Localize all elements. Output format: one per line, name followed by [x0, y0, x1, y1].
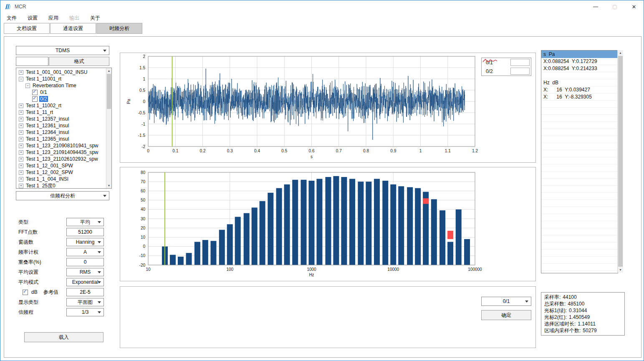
- tree-item[interactable]: +Test 1_12357_insul: [16, 116, 106, 122]
- measurement-row[interactable]: X: 16 Y:0.039427: [541, 86, 618, 93]
- tree-item[interactable]: +Test 1_11_rt: [16, 109, 106, 116]
- measurement-row[interactable]: Hz dB: [541, 79, 618, 86]
- maximize-button[interactable]: ▢: [605, 0, 624, 13]
- menu-item-apply[interactable]: 应用: [43, 13, 64, 23]
- frequency-weighting-select[interactable]: A: [66, 248, 104, 256]
- tree-expander-icon[interactable]: −: [19, 77, 23, 81]
- minimize-button[interactable]: —: [586, 0, 605, 13]
- tree-item-label: 0/2: [39, 96, 48, 102]
- tree-item[interactable]: ✓0/2: [16, 96, 106, 102]
- menu-item-output[interactable]: 输出: [64, 13, 85, 23]
- menu-item-about[interactable]: 关于: [85, 13, 106, 23]
- checkbox[interactable]: ✓: [32, 96, 38, 102]
- tree-expander-icon[interactable]: +: [19, 124, 23, 128]
- overview-channel-select[interactable]: 0/1: [481, 297, 531, 306]
- scroll-down-icon[interactable]: ▼: [618, 267, 623, 273]
- overview-waveform-chart[interactable]: 0/1 确定: [120, 286, 536, 348]
- octave-spectrum-chart[interactable]: 80706050403020100-10-2010100100010000100…: [120, 167, 536, 281]
- tree-item[interactable]: +Test 1_12_002_SPW: [16, 169, 106, 176]
- tree-expander-icon[interactable]: +: [19, 150, 23, 155]
- tree-item-label: Test 1_1_004_INSI: [25, 176, 69, 182]
- measurement-row-empty: [541, 179, 618, 186]
- svg-text:100000: 100000: [468, 267, 482, 272]
- tree-expander-icon[interactable]: +: [19, 164, 23, 168]
- tree-item[interactable]: +Test 1_123_211026102932_spw: [16, 156, 106, 162]
- svg-text:0.5: 0.5: [139, 88, 145, 93]
- tree-expander-icon[interactable]: +: [19, 170, 23, 175]
- measurement-header[interactable]: s Pa: [541, 50, 618, 58]
- tree-item[interactable]: −Test 1_11001_rt: [16, 76, 106, 82]
- tree-expander-icon[interactable]: +: [19, 110, 23, 115]
- tree-item[interactable]: +Test 1_001_001_002_INSU: [16, 69, 106, 76]
- form-row-average-mode: 平均模式Exponential: [18, 277, 111, 287]
- tree-item[interactable]: +Test 1_123_210914094435_spw: [16, 149, 106, 156]
- measurement-scrollbar[interactable]: ▲ ▼: [617, 50, 623, 273]
- db-reference-input[interactable]: [66, 288, 104, 296]
- tree-expander-icon[interactable]: +: [19, 70, 23, 75]
- tree-item-label: Test 1_123_210908101941_spw: [25, 143, 99, 149]
- legend-item[interactable]: 0/2: [482, 67, 531, 76]
- display-type-select[interactable]: 平面图: [66, 298, 104, 306]
- tab-channel-settings[interactable]: 通道设置: [50, 23, 96, 34]
- tab-document-settings[interactable]: 文档设置: [4, 23, 50, 34]
- stats-row: 光标1(绿):0.31044: [544, 307, 624, 314]
- checkbox[interactable]: ✓: [32, 90, 38, 95]
- tree-item[interactable]: +Test 1_12_001_SPW: [16, 162, 106, 169]
- tab-time-frequency-analysis[interactable]: 时频分析: [96, 23, 142, 34]
- svg-text:Pa: Pa: [126, 98, 131, 104]
- average-mode-select[interactable]: Exponential: [66, 278, 104, 286]
- time-waveform-chart[interactable]: 21.510.50-0.5-1-1.5-200.10.20.30.40.50.6…: [120, 53, 536, 163]
- tree-item[interactable]: +Test 1_1_004_INSI: [16, 176, 106, 182]
- tree-item[interactable]: +Test 1_11002_rt: [16, 102, 106, 109]
- tree-scrollbar-thumb[interactable]: [107, 74, 111, 109]
- svg-text:10000: 10000: [387, 267, 399, 272]
- menu-item-settings[interactable]: 设置: [22, 13, 43, 23]
- tree-item[interactable]: ✓0/1: [16, 89, 106, 96]
- type-select[interactable]: 平均: [66, 218, 104, 226]
- tree-expander-icon[interactable]: +: [19, 104, 23, 108]
- confirm-button[interactable]: 确定: [481, 310, 531, 320]
- analysis-type-select[interactable]: 倍频程分析: [16, 191, 109, 200]
- tree-expander-icon[interactable]: +: [19, 177, 23, 182]
- measurement-row[interactable]: X:0.088254 Y:0.172729: [541, 58, 618, 65]
- db-reference-checkbox[interactable]: ✓: [23, 290, 28, 295]
- fft-points-input[interactable]: [66, 228, 104, 236]
- window-function-select[interactable]: Hanning: [66, 238, 104, 246]
- average-setting-select[interactable]: RMS: [66, 268, 104, 276]
- tree-expander-icon[interactable]: +: [19, 157, 23, 162]
- tree-item-label: Test 1_12_001_SPW: [25, 163, 74, 169]
- tree-expander-icon[interactable]: −: [25, 83, 30, 88]
- tree-expander-icon[interactable]: +: [19, 144, 23, 148]
- measurement-row-empty: [541, 150, 618, 157]
- tree-item[interactable]: +Test 1_25度0: [16, 182, 106, 188]
- tree-expander-icon[interactable]: +: [19, 117, 23, 121]
- tree-scrollbar[interactable]: ▲ ▼: [106, 68, 111, 188]
- tree-expander-icon[interactable]: +: [19, 130, 23, 135]
- tree-item[interactable]: +Test 1_12365_insul: [16, 136, 106, 142]
- measurement-row-empty: [541, 264, 618, 271]
- scroll-down-icon[interactable]: ▼: [106, 183, 111, 188]
- tree-expander-icon[interactable]: +: [19, 184, 23, 188]
- scroll-up-icon[interactable]: ▲: [618, 50, 623, 56]
- load-button[interactable]: 载入: [24, 332, 104, 342]
- measurement-row[interactable]: X:0.088254 Y:0.214233: [541, 65, 618, 72]
- measurement-row[interactable]: [541, 72, 618, 79]
- filter-input[interactable]: [16, 57, 48, 66]
- format-button[interactable]: 格式: [49, 57, 109, 66]
- measurement-scrollbar-thumb[interactable]: [618, 56, 623, 267]
- tree-item[interactable]: −Reverberation Time: [16, 82, 106, 89]
- tree-item[interactable]: +Test 1_12361_insul: [16, 122, 106, 129]
- overlap-input[interactable]: [66, 258, 104, 266]
- octave-select[interactable]: 1/3: [66, 308, 104, 316]
- file-tree-list: +Test 1_001_001_002_INSU−Test 1_11001_rt…: [16, 69, 106, 188]
- tree-expander-icon[interactable]: +: [19, 137, 23, 141]
- measurement-row[interactable]: X: 16 Y:-8.329305: [541, 93, 618, 101]
- close-button[interactable]: ✕: [624, 0, 644, 13]
- title-bar: MCR — ▢ ✕: [0, 0, 644, 13]
- scroll-up-icon[interactable]: ▲: [106, 68, 111, 73]
- svg-text:10: 10: [141, 235, 146, 240]
- tree-item[interactable]: +Test 1_123_210908101941_spw: [16, 142, 106, 149]
- menu-item-file[interactable]: 文件: [1, 13, 22, 23]
- tree-item[interactable]: +Test 1_12364_insul: [16, 129, 106, 136]
- file-format-select[interactable]: TDMS: [16, 46, 109, 55]
